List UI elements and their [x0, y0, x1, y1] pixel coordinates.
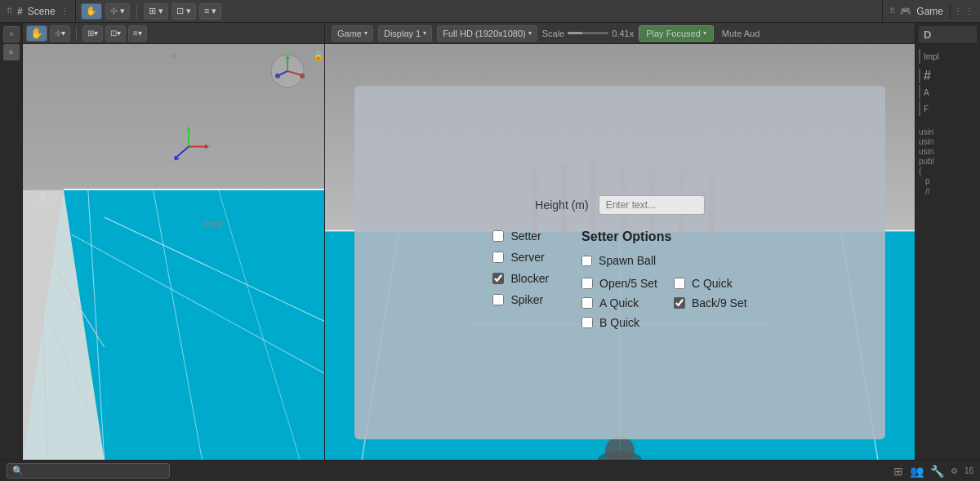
scene-pivot-btn[interactable]: ⊞▾ [82, 25, 103, 42]
hash-item: # [919, 69, 977, 83]
persp-label: Perp [203, 219, 222, 229]
people-icon[interactable]: 👥 [910, 465, 924, 478]
resolution-dropdown[interactable]: Full HD (1920x1080) ▾ [437, 25, 537, 42]
custom-tool-btn[interactable]: ≡ ▾ [199, 3, 221, 20]
setter-row: Setter [492, 229, 549, 243]
setter-checkbox[interactable] [492, 230, 504, 242]
scene-divider-1 [76, 26, 77, 41]
cquick-checkbox[interactable] [674, 278, 685, 289]
scale-label: Scale [542, 29, 565, 38]
scene-viewport: ✋ ⊹ ↻ ⊡ ⬜ ⊕ [23, 44, 324, 460]
svg-point-15 [300, 73, 305, 78]
pivot-tool-btn[interactable]: ⊞ ▾ [144, 3, 168, 20]
scene-global-btn[interactable]: ⊡▾ [105, 25, 126, 42]
menu-icon[interactable]: ≡ [171, 51, 176, 60]
svg-point-17 [275, 73, 280, 78]
display-dropdown[interactable]: Display 1 ▾ [378, 25, 432, 42]
scale-control: Scale 0.41x [542, 29, 634, 38]
settings-icon[interactable]: 🔧 [930, 465, 944, 478]
height-row: Height (m) [535, 195, 704, 215]
scene-hand-btn[interactable]: ✋ [26, 25, 47, 42]
resolution-arrow: ▾ [528, 29, 532, 37]
dialog-content: Height (m) Setter [371, 195, 869, 329]
game-drag-handle: ⠿ [889, 7, 895, 16]
play-focused-label: Play Focused [646, 29, 701, 38]
game-toolbar: Game ▾ Display 1 ▾ Full HD (1920x1080) ▾… [325, 23, 915, 44]
blocker-label: Blocker [510, 272, 549, 285]
scene-panel-menu[interactable]: ⋮ [60, 7, 69, 16]
server-row: Server [492, 251, 549, 264]
open5-label: Open/5 Set [599, 277, 657, 290]
bottom-bar: 🔍 ⊞ 👥 🔧 ⚙ 16 [0, 460, 980, 481]
right-panel-header: D [919, 26, 977, 44]
spiker-checkbox[interactable] [492, 294, 504, 305]
lock-icon[interactable]: 🔒 [313, 51, 324, 61]
play-focused-btn[interactable]: Play Focused ▾ [639, 25, 714, 42]
setter-options-section: Setter Options Spawn Ball [581, 229, 747, 329]
scene-panel: ✋ ⊹▾ ⊞▾ ⊡▾ ≡▾ ✋ ⊹ ↻ ⊡ ⬜ ⊕ [23, 23, 325, 460]
scale-slider[interactable] [568, 32, 608, 34]
setter-options-title: Setter Options [581, 229, 747, 244]
hand-tool-btn[interactable]: ✋ [81, 3, 102, 20]
resolution-label: Full HD (1920x1080) [443, 29, 526, 38]
code-preview: usin usin usin publ { p // [919, 127, 977, 196]
search-input[interactable] [27, 466, 164, 476]
spawn-ball-checkbox[interactable] [581, 256, 592, 266]
move-gizmo [168, 127, 209, 170]
code-line-6: p [919, 176, 977, 185]
spiker-row: Spiker [492, 293, 549, 306]
a-item: A [919, 85, 977, 100]
server-checkbox[interactable] [492, 252, 504, 263]
options-col-right: C Quick Back/9 Set [674, 277, 747, 329]
game-icon: 🎮 [900, 6, 911, 16]
setter-label: Setter [510, 229, 541, 243]
main-area: ⊕ ≡ ✋ ⊹▾ ⊞▾ ⊡▾ ≡▾ ✋ ⊹ ↻ ⊡ ⬜ ⊕ [0, 23, 980, 460]
bquick-checkbox[interactable] [581, 317, 593, 328]
global-tool-btn[interactable]: ⊡ ▾ [172, 3, 196, 20]
scene-inner-toolbar: ✋ ⊹▾ ⊞▾ ⊡▾ ≡▾ [23, 23, 324, 44]
code-line-3: usin [919, 147, 977, 156]
move-tool-btn[interactable]: ⊹ ▾ [105, 3, 130, 20]
left-strip-btn-2[interactable]: ≡ [3, 44, 20, 60]
scene-move-btn[interactable]: ⊹▾ [50, 25, 70, 42]
game-panel-title: Game [916, 6, 943, 17]
bottom-icons: ⊞ 👥 🔧 ⚙ 16 [893, 465, 973, 478]
play-focused-arrow: ▾ [703, 29, 706, 37]
right-panel-title: D [924, 29, 931, 41]
code-line-8: // [919, 187, 977, 196]
code-line-4: publ [919, 157, 977, 166]
version-number: 16 [964, 466, 973, 475]
scene-panel-header: ⠿ # Scene ⋮ [0, 0, 76, 22]
inspector-list: Impl # A F [919, 49, 977, 116]
right-panel-dots: ⋮ [965, 7, 973, 16]
mute-btn[interactable]: Mute Aud [719, 27, 763, 40]
height-input[interactable] [599, 195, 705, 215]
cquick-row: C Quick [674, 277, 747, 290]
options-grid: Open/5 Set A Quick B Quick [581, 277, 747, 329]
impl-item: Impl [919, 49, 977, 64]
scale-value: 0.41x [612, 29, 634, 38]
bquick-label: B Quick [599, 316, 639, 329]
back9-row: Back/9 Set [674, 296, 747, 310]
scene-snap-btn[interactable]: ≡▾ [128, 25, 147, 42]
svg-point-40 [605, 436, 635, 460]
game-panel-menu[interactable]: ⋮ [951, 7, 965, 16]
scene-toolbar: ✋ ⊹ ▾ ⊞ ▾ ⊡ ▾ ≡ ▾ [76, 0, 227, 22]
scene-gizmo [267, 51, 308, 94]
aquick-checkbox[interactable] [581, 297, 593, 309]
scene-tools: ✋ ⊹▾ ⊞▾ ⊡▾ ≡▾ [26, 25, 147, 42]
aquick-label: A Quick [599, 296, 639, 310]
svg-marker-19 [205, 145, 209, 149]
blocker-checkbox[interactable] [492, 273, 504, 284]
left-strip-btn-1[interactable]: ⊕ [3, 26, 20, 42]
game-dropdown[interactable]: Game ▾ [332, 25, 373, 42]
cquick-label: C Quick [692, 277, 733, 290]
open5-checkbox[interactable] [581, 278, 593, 289]
display-label: Display 1 [384, 29, 421, 38]
spawn-ball-row: Spawn Ball [581, 254, 747, 267]
toolbar-divider-1 [136, 4, 137, 19]
back9-checkbox[interactable] [674, 297, 685, 309]
search-bar[interactable]: 🔍 [7, 463, 170, 479]
bquick-row: B Quick [581, 316, 657, 329]
layers-icon[interactable]: ⊞ [893, 465, 903, 478]
